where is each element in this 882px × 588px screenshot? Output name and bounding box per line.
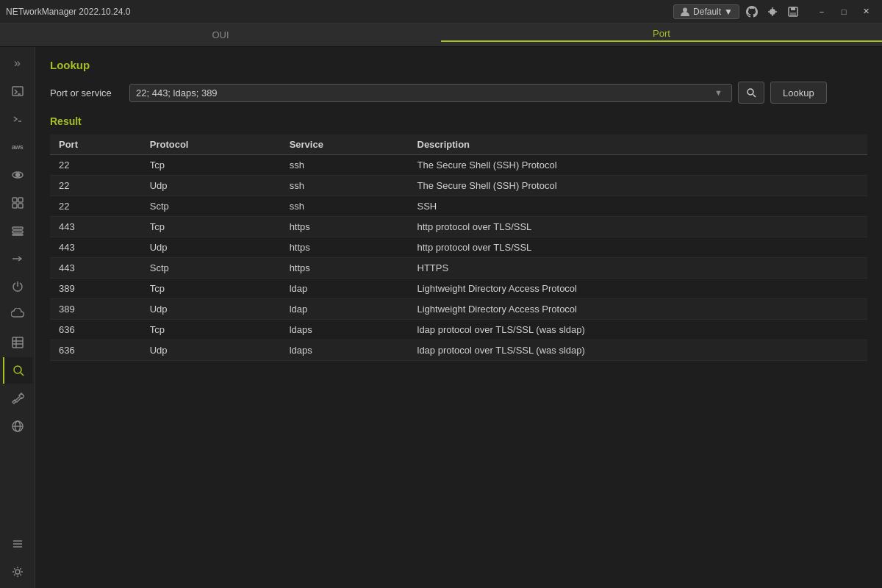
table-row: 22 Sctp ssh SSH — [50, 196, 867, 217]
svg-rect-17 — [18, 204, 23, 208]
table-row: 22 Udp ssh The Secure Shell (SSH) Protoc… — [50, 176, 867, 196]
globe-icon — [11, 420, 24, 433]
sidebar-item-tools[interactable] — [3, 385, 32, 412]
result-table: Port Protocol Service Description 22 Tcp… — [50, 135, 867, 361]
terminal-icon — [11, 85, 24, 98]
lookup-row: Port or service ▼ Lookup — [50, 82, 867, 104]
cell-description: The Secure Shell (SSH) Protocol — [409, 176, 868, 196]
col-header-protocol: Protocol — [141, 135, 281, 155]
gear-icon — [11, 565, 24, 578]
power-icon — [11, 280, 24, 293]
search-btn-icon — [746, 87, 756, 98]
cell-description: Lightweight Directory Access Protocol — [409, 279, 868, 299]
sidebar-item-eye[interactable] — [3, 162, 32, 188]
sidebar-item-route[interactable] — [3, 245, 32, 272]
profile-button[interactable]: Default ▼ — [673, 4, 739, 19]
cell-description: The Secure Shell (SSH) Protocol — [409, 155, 868, 176]
save-icon[interactable] — [785, 4, 801, 20]
maximize-button[interactable]: □ — [833, 4, 854, 20]
col-header-service: Service — [281, 135, 409, 155]
sidebar-item-expand[interactable]: » — [3, 50, 32, 76]
dropdown-arrow-icon[interactable]: ▼ — [711, 88, 725, 97]
table-row: 22 Tcp ssh The Secure Shell (SSH) Protoc… — [50, 155, 867, 176]
svg-rect-8 — [790, 12, 796, 16]
cell-port: 22 — [50, 196, 141, 217]
sidebar-item-layers[interactable] — [3, 218, 32, 244]
table-row: 443 Udp https http protocol over TLS/SSL — [50, 237, 867, 258]
lookup-button[interactable]: Lookup — [770, 82, 827, 104]
table-row: 636 Udp ldaps ldap protocol over TLS/SSL… — [50, 340, 867, 361]
sidebar-item-aws[interactable]: aws — [3, 134, 32, 160]
cell-service: ldap — [281, 279, 409, 299]
cell-port: 636 — [50, 320, 141, 340]
sidebar-item-menu[interactable] — [3, 531, 32, 557]
profile-label: Default — [693, 7, 721, 17]
svg-point-36 — [747, 89, 753, 95]
cell-service: https — [281, 217, 409, 237]
sidebar-item-globe[interactable] — [3, 413, 32, 440]
sidebar-item-terminal[interactable] — [3, 78, 32, 104]
lookup-input[interactable] — [136, 87, 711, 98]
cloud-icon — [11, 308, 24, 321]
sidebar-item-spreadsheet[interactable] — [3, 329, 32, 356]
svg-point-0 — [683, 7, 687, 12]
github-icon[interactable] — [744, 4, 760, 20]
search-button[interactable] — [738, 82, 764, 104]
sidebar: » aws — [0, 47, 35, 588]
cell-service: ldaps — [281, 340, 409, 361]
sidebar-item-dashboard[interactable] — [3, 190, 32, 216]
tools-icon — [11, 392, 24, 405]
svg-rect-19 — [12, 231, 23, 233]
cell-protocol: Sctp — [141, 258, 281, 279]
svg-rect-14 — [12, 198, 17, 202]
col-header-description: Description — [409, 135, 868, 155]
cli-icon — [11, 112, 24, 126]
cell-protocol: Sctp — [141, 196, 281, 217]
bug-icon[interactable] — [764, 4, 781, 20]
layers-icon — [11, 224, 24, 237]
cell-service: ssh — [281, 176, 409, 196]
main-layout: » aws — [0, 47, 882, 588]
cell-protocol: Tcp — [141, 217, 281, 237]
cell-protocol: Tcp — [141, 279, 281, 299]
lookup-label: Port or service — [50, 87, 123, 98]
expand-icon: » — [14, 57, 21, 70]
table-row: 389 Tcp ldap Lightweight Directory Acces… — [50, 279, 867, 299]
window-controls: − □ ✕ — [811, 4, 876, 20]
lookup-input-wrap: ▼ — [129, 84, 732, 102]
cell-port: 443 — [50, 258, 141, 279]
user-icon — [680, 7, 690, 17]
sidebar-item-power[interactable] — [3, 273, 32, 300]
lookup-section-title: Lookup — [50, 59, 867, 71]
eye-icon — [11, 168, 24, 182]
tab-oui[interactable]: OUI — [0, 29, 441, 40]
svg-rect-20 — [12, 234, 23, 235]
tabbar: OUI Port — [0, 24, 882, 47]
cell-service: https — [281, 258, 409, 279]
close-button[interactable]: ✕ — [856, 4, 876, 20]
spreadsheet-icon — [11, 336, 24, 349]
titlebar: NETworkManager 2022.10.24.0 Default ▼ — [0, 0, 882, 24]
cell-description: SSH — [409, 196, 868, 217]
cell-port: 443 — [50, 217, 141, 237]
tab-port[interactable]: Port — [441, 28, 882, 42]
sidebar-item-cli[interactable] — [3, 106, 32, 132]
cell-protocol: Udp — [141, 299, 281, 320]
minimize-button[interactable]: − — [811, 4, 832, 20]
cell-description: ldap protocol over TLS/SSL (was sldap) — [409, 340, 868, 361]
content-area: Lookup Port or service ▼ Lookup Result P… — [35, 47, 882, 588]
cell-description: ldap protocol over TLS/SSL (was sldap) — [409, 320, 868, 340]
titlebar-left: NETworkManager 2022.10.24.0 — [6, 7, 130, 17]
table-row: 636 Tcp ldaps ldap protocol over TLS/SSL… — [50, 320, 867, 340]
sidebar-item-settings[interactable] — [3, 559, 32, 585]
app-title: NETworkManager 2022.10.24.0 — [6, 7, 130, 17]
svg-rect-7 — [791, 7, 795, 10]
sidebar-item-search[interactable] — [3, 357, 32, 384]
svg-point-13 — [15, 173, 19, 177]
cell-protocol: Udp — [141, 176, 281, 196]
table-row: 443 Sctp https HTTPS — [50, 258, 867, 279]
search-main-icon — [12, 364, 25, 377]
menu-icon — [11, 537, 24, 551]
sidebar-item-cloud[interactable] — [3, 301, 32, 328]
route-icon — [11, 252, 24, 265]
